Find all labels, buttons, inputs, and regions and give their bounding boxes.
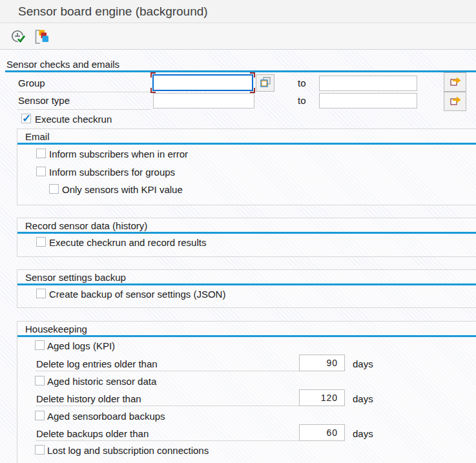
sensor-type-from-input[interactable]	[153, 93, 254, 108]
application-toolbar	[0, 24, 476, 50]
aged-backups-label: Aged sensorboard backups	[47, 411, 165, 422]
record-title: Record sensor data (history)	[25, 220, 147, 231]
delete-backups-unit-label: days	[353, 428, 373, 439]
row-underline	[36, 440, 299, 441]
execute-clock-check-icon	[10, 28, 28, 45]
group-from-input[interactable]	[152, 74, 253, 91]
delete-backups-label: Delete backups older than	[36, 428, 149, 439]
multiple-selection-arrow-icon	[448, 94, 462, 110]
lost-log-label: Lost log and subscription connections	[47, 445, 209, 456]
sensor-type-to-input[interactable]	[319, 93, 417, 108]
backup-group-box: Sensor settings backup Create backup of …	[17, 269, 476, 308]
delete-history-label: Delete history older than	[36, 393, 141, 404]
delete-history-days-input[interactable]	[299, 389, 345, 406]
row-underline	[36, 406, 299, 406]
delete-history-unit-label: days	[353, 393, 373, 404]
page-title: Sensor board engine (background)	[18, 0, 208, 23]
delete-logs-label: Delete log entries older than	[36, 358, 158, 369]
aged-history-label: Aged historic sensor data	[47, 376, 156, 387]
aged-logs-checkbox[interactable]	[35, 340, 45, 350]
housekeeping-group-box: Housekeeping Aged logs (KPI) Delete log …	[17, 321, 476, 463]
execute-checkrun-label: Execute checkrun	[35, 114, 112, 125]
inform-groups-label: Inform subscribers for groups	[49, 167, 175, 178]
only-kpi-label: Only sensors with KPI value	[62, 184, 183, 195]
delete-logs-days-input[interactable]	[299, 355, 345, 371]
email-rule	[17, 143, 476, 145]
focus-corner	[250, 88, 255, 93]
email-title: Email	[25, 131, 50, 142]
housekeeping-title: Housekeeping	[25, 324, 87, 334]
row-underline	[17, 92, 151, 92]
focus-corner	[250, 72, 255, 77]
record-results-checkbox[interactable]	[36, 237, 46, 247]
aged-logs-label: Aged logs (KPI)	[47, 340, 115, 351]
screen-body: Sensor checks and emails Group to	[0, 50, 476, 463]
row-underline	[36, 371, 299, 371]
aged-history-checkbox[interactable]	[35, 376, 45, 386]
aged-backups-checkbox[interactable]	[35, 411, 45, 420]
record-results-label: Execute checkrun and record results	[49, 237, 206, 248]
group-multiple-selection-button[interactable]	[444, 72, 466, 92]
sap-window: Sensor board engine (background)	[0, 0, 476, 463]
multiple-selection-arrow-icon	[448, 74, 462, 90]
lost-log-checkbox[interactable]	[35, 445, 45, 455]
group-label: Group	[18, 77, 45, 88]
create-backup-label: Create backup of sensor settings (JSON)	[49, 289, 225, 300]
value-help-button[interactable]	[256, 74, 274, 92]
focus-corner	[150, 72, 156, 77]
inform-error-label: Inform subscribers when in error	[49, 149, 188, 159]
execute-button[interactable]	[10, 28, 28, 45]
possible-entries-icon	[259, 76, 272, 90]
record-group-box: Record sensor data (history) Execute che…	[17, 218, 476, 257]
only-kpi-checkbox[interactable]	[49, 184, 59, 194]
inform-groups-checkbox[interactable]	[36, 167, 46, 176]
backup-title: Sensor settings backup	[25, 272, 126, 283]
group-from-field-focus	[150, 72, 255, 93]
sensor-type-label: Sensor type	[18, 95, 70, 106]
section-title-sensor-checks: Sensor checks and emails	[6, 59, 119, 70]
sensor-type-to-label: to	[298, 95, 306, 106]
delete-backups-days-input[interactable]	[299, 424, 345, 441]
group-to-label: to	[298, 77, 306, 88]
execute-checkrun-checkbox[interactable]	[21, 114, 31, 123]
backup-rule	[17, 283, 476, 285]
group-to-input[interactable]	[319, 76, 417, 91]
inform-error-checkbox[interactable]	[36, 149, 46, 158]
record-rule	[17, 232, 476, 234]
create-backup-checkbox[interactable]	[36, 289, 46, 298]
row-underline	[17, 109, 151, 110]
email-group-box: Email Inform subscribers when in error I…	[17, 129, 476, 205]
get-variant-button[interactable]	[34, 28, 52, 45]
housekeeping-rule	[17, 335, 476, 337]
sensor-type-multiple-selection-button[interactable]	[444, 92, 466, 111]
delete-logs-unit-label: days	[353, 358, 373, 369]
variant-squares-icon	[34, 28, 52, 45]
focus-corner	[150, 88, 156, 93]
title-bar: Sensor board engine (background)	[0, 0, 476, 23]
